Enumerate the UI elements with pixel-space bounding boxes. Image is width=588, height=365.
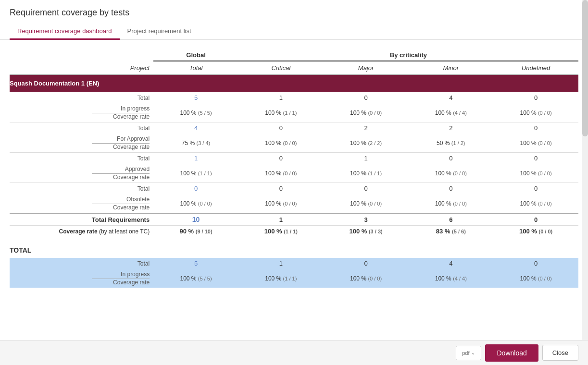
approved-total-row: Total 1 0 1 0 0 — [10, 153, 578, 164]
col-major-header: Major — [324, 61, 409, 75]
approved-cov-critical: 100 % (0 / 0) — [238, 164, 324, 183]
col-undefined-header: Undefined — [493, 61, 578, 75]
in-progress-label: In progress — [121, 105, 150, 112]
col-total-header: Total — [153, 61, 238, 75]
coverage-rate-row: Coverage rate (by at least one TC) 90 % … — [10, 226, 578, 237]
approved-group-area: Approved Coverage rate — [10, 164, 153, 183]
col-minor-header: Minor — [408, 61, 493, 75]
in-progress-coverage-label: Coverage rate — [113, 113, 150, 120]
approved-cov-global: 100 % (1 / 1) — [153, 164, 238, 183]
in-progress-total-major: 0 — [324, 92, 409, 104]
coverage-rate-critical: 100 % (1 / 1) — [238, 226, 324, 237]
for-approval-total-global[interactable]: 4 — [153, 122, 238, 134]
total-req-global: 10 — [153, 213, 238, 226]
approved-total-global[interactable]: 1 — [153, 153, 238, 164]
approved-cov-minor: 100 % (0 / 0) — [408, 164, 493, 183]
approved-cov-major: 100 % (1 / 1) — [324, 164, 409, 183]
total-req-label: Total Requirements — [10, 213, 153, 226]
approved-coverage-row: Approved Coverage rate 100 % (1 / 1) 100… — [10, 164, 578, 183]
approved-total-critical: 0 — [238, 153, 324, 164]
col-header-global: Global — [153, 49, 238, 61]
total-req-undefined: 0 — [493, 213, 578, 226]
coverage-table: Global By criticality Project Total Crit… — [10, 49, 578, 288]
col-header-empty — [10, 49, 153, 61]
for-approval-coverage-label: Coverage rate — [113, 144, 150, 150]
total-in-progress-cov-minor: 100 % (4 / 4) — [408, 269, 493, 288]
coverage-rate-global: 90 % (9 / 10) — [153, 226, 238, 237]
approved-label: Approved — [125, 166, 150, 172]
in-progress-group-area: In progress Coverage rate — [10, 103, 153, 122]
total-in-progress-cov-critical: 100 % (1 / 1) — [238, 269, 324, 288]
total-in-progress-coverage-row: In progress Coverage rate 100 % (5 / 5) … — [10, 269, 578, 288]
tab-project-list[interactable]: Project requirement list — [120, 24, 199, 40]
obsolete-total-undefined: 0 — [493, 183, 578, 195]
obsolete-cov-major: 100 % (0 / 0) — [324, 194, 409, 213]
bottom-bar: pdf ⌄ Download Close — [0, 340, 588, 365]
obsolete-label: Obsolete — [126, 196, 150, 203]
obsolete-total-global[interactable]: 0 — [153, 183, 238, 195]
for-approval-total-label: Total — [10, 122, 153, 134]
for-approval-cov-critical: 100 % (0 / 0) — [238, 134, 324, 153]
total-in-progress-cov-label: Coverage rate — [113, 279, 150, 286]
tab-bar: Requirement coverage dashboard Project r… — [10, 24, 578, 39]
for-approval-total-undefined: 0 — [493, 122, 578, 134]
chevron-down-icon: ⌄ — [471, 350, 475, 355]
obsolete-total-minor: 0 — [408, 183, 493, 195]
obsolete-total-major: 0 — [324, 183, 409, 195]
obsolete-group-area: Obsolete Coverage rate — [10, 194, 153, 213]
obsolete-cov-global: 100 % (0 / 0) — [153, 194, 238, 213]
coverage-rate-label: Coverage rate (by at least one TC) — [10, 226, 153, 237]
in-progress-coverage-row: In progress Coverage rate 100 % (5 / 5) … — [10, 103, 578, 122]
obsolete-coverage-row: Obsolete Coverage rate 100 % (0 / 0) 100… — [10, 194, 578, 213]
tab-dashboard[interactable]: Requirement coverage dashboard — [10, 24, 120, 40]
coverage-rate-minor: 83 % (5 / 6) — [408, 226, 493, 237]
obsolete-cov-critical: 100 % (0 / 0) — [238, 194, 324, 213]
project-bar-criticality — [238, 75, 578, 92]
approved-total-minor: 0 — [408, 153, 493, 164]
pdf-label: pdf — [462, 350, 469, 356]
scrollbar-thumb[interactable] — [582, 0, 588, 136]
obsolete-cov-minor: 100 % (0 / 0) — [408, 194, 493, 213]
in-progress-total-label: Total — [10, 92, 153, 104]
for-approval-total-major: 2 — [324, 122, 409, 134]
total-req-minor: 6 — [408, 213, 493, 226]
spacer-row — [10, 237, 578, 241]
for-approval-cov-global: 75 % (3 / 4) — [153, 134, 238, 153]
total-in-progress-cov-major: 100 % (0 / 0) — [324, 269, 409, 288]
scrollbar[interactable] — [582, 0, 588, 341]
col-critical-header: Critical — [238, 61, 324, 75]
total-in-progress-group-area: In progress Coverage rate — [10, 269, 153, 288]
obsolete-cov-undefined: 100 % (0 / 0) — [493, 194, 578, 213]
close-button[interactable]: Close — [542, 345, 578, 361]
for-approval-total-row: Total 4 0 2 2 0 — [10, 122, 578, 134]
in-progress-total-global[interactable]: 5 — [153, 92, 238, 104]
total-in-progress-total-undefined: 0 — [493, 258, 578, 269]
page-wrapper: Requirement coverage by tests Requiremen… — [0, 0, 588, 365]
total-req-major: 3 — [324, 213, 409, 226]
in-progress-cov-critical: 100 % (1 / 1) — [238, 103, 324, 122]
coverage-rate-major: 100 % (3 / 3) — [324, 226, 409, 237]
for-approval-cov-undefined: 100 % (0 / 0) — [493, 134, 578, 153]
pdf-format-selector[interactable]: pdf ⌄ — [456, 346, 481, 360]
in-progress-cov-global: 100 % (5 / 5) — [153, 103, 238, 122]
in-progress-total-undefined: 0 — [493, 92, 578, 104]
in-progress-total-minor: 4 — [408, 92, 493, 104]
approved-total-label: Total — [10, 153, 153, 164]
obsolete-coverage-label: Coverage rate — [113, 204, 150, 211]
col-header-criticality: By criticality — [238, 49, 578, 61]
approved-coverage-label: Coverage rate — [113, 174, 150, 181]
for-approval-total-critical: 0 — [238, 122, 324, 134]
for-approval-total-minor: 2 — [408, 122, 493, 134]
project-bar-global — [153, 75, 238, 92]
total-in-progress-cov-global: 100 % (5 / 5) — [153, 269, 238, 288]
col-project-header: Project — [10, 61, 153, 75]
total-in-progress-total-critical: 1 — [238, 258, 324, 269]
total-section-label: TOTAL — [10, 241, 578, 258]
for-approval-cov-major: 100 % (2 / 2) — [324, 134, 409, 153]
in-progress-total-critical: 1 — [238, 92, 324, 104]
total-in-progress-label: In progress — [121, 271, 150, 278]
total-in-progress-total-label: Total — [10, 258, 153, 269]
total-in-progress-total-major: 0 — [324, 258, 409, 269]
download-button[interactable]: Download — [485, 344, 538, 362]
total-in-progress-total-minor: 4 — [408, 258, 493, 269]
